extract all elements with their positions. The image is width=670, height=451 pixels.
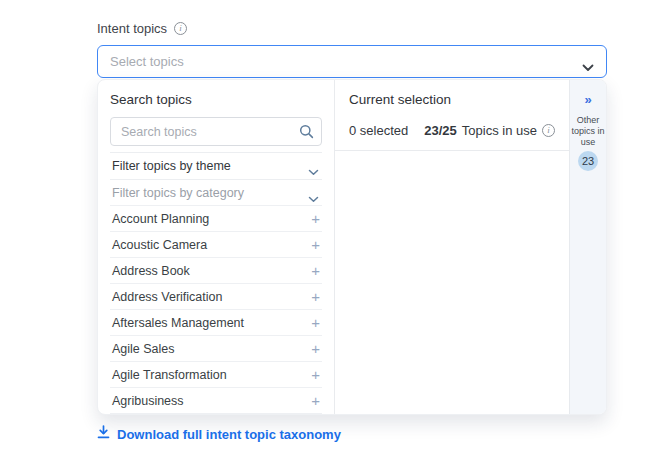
- search-input-wrap: [110, 117, 322, 146]
- topic-label: Agile Sales: [112, 342, 175, 356]
- add-topic-icon[interactable]: +: [311, 315, 320, 330]
- search-column: Search topics Filter topics by theme Fil…: [98, 80, 335, 414]
- field-label-row: Intent topics i: [97, 21, 187, 36]
- topic-label: Agribusiness: [112, 394, 184, 408]
- topic-row[interactable]: Address Verification+: [110, 283, 322, 309]
- add-topic-icon[interactable]: +: [311, 289, 320, 304]
- rail-label: Other topics in use: [570, 115, 606, 147]
- other-topics-count-badge: 23: [578, 151, 598, 171]
- topic-label: Address Verification: [112, 290, 222, 304]
- add-topic-icon[interactable]: +: [311, 263, 320, 278]
- chevron-down-icon: [308, 189, 320, 197]
- selection-summary-row: 0 selected 23/25 Topics in use i: [349, 123, 555, 138]
- download-icon: [97, 425, 110, 443]
- selection-column: Current selection 0 selected 23/25 Topic…: [335, 80, 569, 414]
- filter-by-theme[interactable]: Filter topics by theme: [110, 152, 322, 179]
- add-topic-icon[interactable]: +: [311, 211, 320, 226]
- download-link-text: Download full intent topic taxonomy: [117, 427, 341, 442]
- info-icon[interactable]: i: [174, 22, 187, 35]
- add-topic-icon[interactable]: +: [311, 393, 320, 408]
- download-taxonomy-link[interactable]: Download full intent topic taxonomy: [97, 425, 341, 443]
- topics-select[interactable]: Select topics: [97, 45, 607, 78]
- topic-row[interactable]: Acoustic Camera+: [110, 231, 322, 257]
- usage-count: 23/25: [424, 123, 457, 138]
- search-panel-title: Search topics: [110, 92, 322, 107]
- topic-label: Acoustic Camera: [112, 238, 207, 252]
- topic-row[interactable]: Address Book+: [110, 257, 322, 283]
- other-topics-rail: » Other topics in use 23: [569, 80, 606, 414]
- topic-label: Account Planning: [112, 212, 209, 226]
- search-input[interactable]: [110, 117, 322, 146]
- expand-rail-icon[interactable]: »: [584, 92, 591, 107]
- info-icon[interactable]: i: [542, 124, 555, 137]
- add-topic-icon[interactable]: +: [311, 341, 320, 356]
- topic-row[interactable]: Air Pollution+: [110, 413, 322, 414]
- filter-by-category[interactable]: Filter topics by category: [110, 179, 322, 205]
- topic-row[interactable]: Agile Sales+: [110, 335, 322, 361]
- add-topic-icon[interactable]: +: [311, 367, 320, 382]
- search-icon[interactable]: [299, 124, 314, 143]
- selection-title: Current selection: [349, 92, 555, 107]
- select-placeholder: Select topics: [110, 54, 582, 69]
- topic-row[interactable]: Agribusiness+: [110, 387, 322, 413]
- field-label: Intent topics: [97, 21, 167, 36]
- divider: [335, 150, 569, 151]
- topics-usage: 23/25 Topics in use i: [424, 123, 555, 138]
- filter-by-theme-label: Filter topics by theme: [112, 159, 231, 173]
- topic-row[interactable]: Agile Transformation+: [110, 361, 322, 387]
- topic-list[interactable]: Account Planning+Acoustic Camera+Address…: [110, 205, 322, 414]
- usage-label: Topics in use: [462, 123, 537, 138]
- selected-count: 0 selected: [349, 123, 408, 138]
- topic-label: Address Book: [112, 264, 190, 278]
- topic-row[interactable]: Account Planning+: [110, 205, 322, 231]
- topics-dropdown-panel: Search topics Filter topics by theme Fil…: [97, 79, 607, 415]
- chevron-down-icon: [308, 162, 320, 170]
- topic-label: Agile Transformation: [112, 368, 227, 382]
- topic-label: Aftersales Management: [112, 316, 244, 330]
- add-topic-icon[interactable]: +: [311, 237, 320, 252]
- filter-by-category-label: Filter topics by category: [112, 186, 244, 200]
- topic-row[interactable]: Aftersales Management+: [110, 309, 322, 335]
- chevron-down-icon: [582, 58, 594, 66]
